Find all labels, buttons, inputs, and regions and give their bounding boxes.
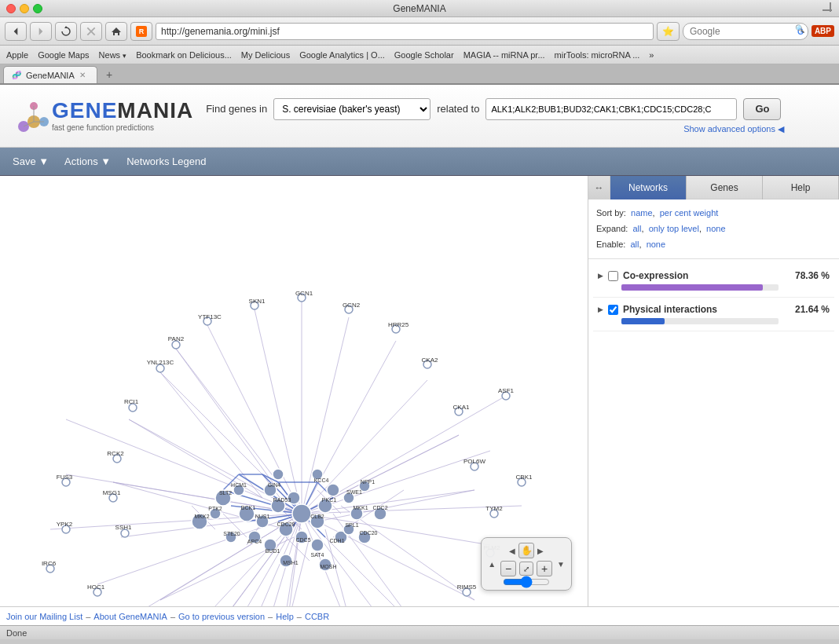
zoom-slider[interactable] bbox=[503, 579, 550, 585]
tab-genes[interactable]: Genes bbox=[687, 176, 763, 199]
species-select[interactable]: S. cerevisiae (baker's yeast) bbox=[273, 98, 430, 120]
bookmark-mirtools[interactable]: mirTools: microRNA ... bbox=[555, 50, 640, 60]
bookmark-news[interactable]: News ▾ bbox=[99, 50, 127, 60]
network-percent-coexpression: 78.36 % bbox=[795, 270, 830, 281]
footer-mailing-link[interactable]: Join our Mailing List bbox=[6, 612, 82, 621]
genes-input[interactable] bbox=[485, 98, 737, 120]
zoom-fit-button[interactable]: ⤢ bbox=[519, 562, 533, 576]
tab-help[interactable]: Help bbox=[763, 176, 839, 199]
browser-search-input[interactable] bbox=[683, 23, 808, 40]
physical-bar-wrap bbox=[621, 318, 779, 324]
network-item-physical: ▶ Physical interactions 21.64 % bbox=[593, 298, 834, 331]
bookmark-star-button[interactable]: ⭐ bbox=[657, 22, 680, 41]
forward-button[interactable] bbox=[30, 22, 52, 41]
window-title: GeneMANIA bbox=[393, 3, 445, 14]
bookmark-google-scholar[interactable]: Google Scholar bbox=[394, 50, 454, 60]
networks-legend-btn[interactable]: Networks Legend bbox=[126, 156, 206, 167]
expand-none-link[interactable]: none bbox=[706, 224, 725, 233]
footer-about-link[interactable]: About GeneMANIA bbox=[93, 612, 167, 621]
logo-mania: MANIA bbox=[117, 98, 193, 123]
svg-text:HCM1: HCM1 bbox=[231, 482, 247, 488]
footer-help-link[interactable]: Help bbox=[276, 612, 294, 621]
new-tab-button[interactable]: + bbox=[101, 66, 118, 83]
svg-point-96 bbox=[311, 539, 324, 551]
enable-row: Enable: all, none bbox=[596, 237, 831, 253]
graph-area[interactable]: GCN1 GCN2 HRR25 SKN1 YTF13C PAN2 CKA2 CK… bbox=[0, 176, 588, 606]
rss-button[interactable]: R bbox=[130, 22, 152, 41]
svg-text:MKK1: MKK1 bbox=[353, 505, 368, 510]
network-item-header: ▶ Co-expression 78.36 % bbox=[598, 270, 830, 281]
tab-close-button[interactable]: ✕ bbox=[79, 71, 86, 79]
pan-down-icon: ▼ bbox=[557, 560, 565, 569]
tab-genemania[interactable]: 🧬 GeneMANIA ✕ bbox=[3, 66, 97, 83]
rss-icon: R bbox=[136, 26, 147, 37]
network-checkbox-coexpression[interactable] bbox=[608, 271, 618, 281]
zoom-in-button[interactable]: + bbox=[537, 561, 552, 576]
actions-menu[interactable]: Actions ▼ bbox=[64, 156, 111, 167]
enable-all-link[interactable]: all bbox=[630, 240, 639, 249]
maximize-button[interactable] bbox=[33, 4, 42, 13]
expand-all-link[interactable]: all bbox=[633, 224, 642, 233]
sort-weight-link[interactable]: per cent weight bbox=[660, 208, 719, 218]
footer-ccbr-link[interactable]: CCBR bbox=[305, 612, 329, 621]
enable-label: Enable: bbox=[596, 240, 625, 249]
address-input[interactable] bbox=[156, 23, 654, 40]
svg-text:CDH1: CDH1 bbox=[329, 538, 344, 543]
home-button[interactable] bbox=[105, 22, 127, 41]
network-checkbox-physical[interactable] bbox=[608, 305, 618, 315]
svg-text:CBK1: CBK1 bbox=[516, 474, 533, 481]
svg-text:HRR25: HRR25 bbox=[388, 321, 409, 328]
sort-name-link[interactable]: name bbox=[631, 208, 653, 218]
svg-text:POL6W: POL6W bbox=[463, 458, 485, 465]
zoom-out-button[interactable]: − bbox=[500, 561, 516, 576]
expand-top-link[interactable]: only top level bbox=[649, 224, 699, 233]
title-bar-right bbox=[822, 2, 833, 15]
bookmark-google-analytics[interactable]: Google Analytics | O... bbox=[299, 50, 385, 60]
panel-header: ↔ Networks Genes Help bbox=[588, 176, 839, 199]
svg-text:CDC5: CDC5 bbox=[295, 537, 310, 543]
physical-expand-arrow[interactable]: ▶ bbox=[598, 306, 603, 313]
pan-left-icon: ◀ bbox=[509, 547, 515, 555]
tab-networks[interactable]: Networks bbox=[610, 176, 687, 199]
footer-previous-link[interactable]: Go to previous version bbox=[178, 612, 265, 621]
svg-marker-2 bbox=[14, 27, 18, 35]
reload-button[interactable] bbox=[55, 22, 77, 41]
logo-subtitle: fast gene function predictions bbox=[52, 123, 154, 132]
stop-button[interactable] bbox=[80, 22, 102, 41]
enable-none-link[interactable]: none bbox=[647, 240, 665, 249]
pan-center-button[interactable]: ✋ bbox=[518, 543, 534, 558]
network-expand-arrow[interactable]: ▶ bbox=[598, 272, 603, 280]
advanced-options-link[interactable]: Show advanced options ◀ bbox=[683, 124, 784, 134]
go-button[interactable]: Go bbox=[743, 98, 781, 120]
bookmark-my-delicious[interactable]: My Delicious bbox=[241, 50, 290, 60]
tab-bar: 🧬 GeneMANIA ✕ + bbox=[0, 64, 839, 85]
bookmark-magia[interactable]: MAGIA -- miRNA pr... bbox=[463, 50, 545, 60]
network-item-coexpression: ▶ Co-expression 78.36 % bbox=[593, 264, 834, 298]
bookmark-delicious[interactable]: Bookmark on Delicious... bbox=[136, 50, 232, 60]
back-button[interactable] bbox=[5, 22, 27, 41]
close-button[interactable] bbox=[6, 4, 16, 13]
svg-text:FUS3: FUS3 bbox=[57, 474, 73, 481]
bookmark-overflow[interactable]: » bbox=[649, 50, 654, 60]
zoom-inner: ◀ ✋ ▶ − ⤢ + bbox=[500, 543, 552, 585]
bookmark-google-maps[interactable]: Google Maps bbox=[38, 50, 89, 60]
svg-text:NPP1: NPP1 bbox=[361, 479, 375, 485]
physical-bar bbox=[621, 318, 665, 324]
save-menu[interactable]: Save ▼ bbox=[13, 156, 49, 167]
zoom-controls: ▲ ◀ ✋ ▶ − ⤢ + ▼ bbox=[481, 537, 572, 591]
expand-row: Expand: all, only top level, none bbox=[596, 221, 831, 237]
browser-toolbar: R ⭐ G ABP bbox=[0, 17, 839, 46]
svg-text:IRC6: IRC6 bbox=[42, 560, 57, 567]
panel-pin-button[interactable]: ↔ bbox=[588, 176, 610, 199]
svg-text:TYM2: TYM2 bbox=[485, 505, 503, 512]
adblock-button[interactable]: ABP bbox=[812, 25, 834, 37]
svg-text:MSH1: MSH1 bbox=[283, 560, 299, 565]
window-controls[interactable] bbox=[6, 4, 42, 13]
bookmark-apple[interactable]: Apple bbox=[6, 50, 28, 60]
tab-icon: 🧬 bbox=[12, 71, 21, 79]
coexpression-bar-wrap bbox=[621, 284, 779, 291]
search-engine-btn[interactable]: G bbox=[793, 23, 808, 42]
google-logo: G bbox=[797, 27, 804, 36]
minimize-button[interactable] bbox=[20, 4, 29, 13]
svg-text:APC4: APC4 bbox=[247, 539, 262, 544]
